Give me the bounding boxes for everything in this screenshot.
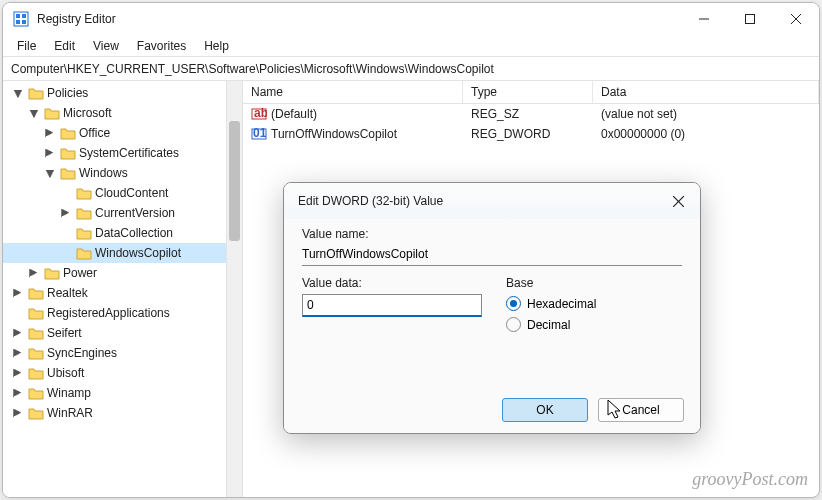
tree-node-windowscopilot[interactable]: WindowsCopilot	[3, 243, 226, 263]
tree-node-realtek[interactable]: ⯈Realtek	[3, 283, 226, 303]
chevron-right-icon[interactable]: ⯈	[11, 328, 25, 339]
chevron-right-icon[interactable]: ⯈	[11, 288, 25, 299]
titlebar: Registry Editor	[3, 3, 819, 35]
base-label: Base	[506, 276, 682, 290]
radio-hexadecimal[interactable]: Hexadecimal	[506, 296, 682, 311]
ok-button[interactable]: OK	[502, 398, 588, 422]
radio-icon	[506, 296, 521, 311]
tree-node-ubisoft[interactable]: ⯈Ubisoft	[3, 363, 226, 383]
chevron-down-icon[interactable]: ⯆	[43, 168, 57, 179]
folder-icon	[60, 166, 76, 180]
chevron-right-icon[interactable]: ⯈	[11, 368, 25, 379]
tree-scrollbar[interactable]	[226, 81, 242, 497]
list-header: Name Type Data	[243, 81, 819, 104]
valuedata-label: Value data:	[302, 276, 482, 290]
value-name: (Default)	[271, 107, 317, 121]
edit-dword-dialog: Edit DWORD (32-bit) Value Value name: Va…	[283, 182, 701, 434]
folder-icon	[44, 266, 60, 280]
chevron-down-icon[interactable]: ⯆	[11, 88, 25, 99]
dialog-body: Value name: Value data: Base Hexadecimal…	[284, 219, 700, 387]
menu-file[interactable]: File	[9, 37, 44, 55]
svg-text:011: 011	[253, 126, 267, 140]
folder-icon	[28, 286, 44, 300]
radio-decimal[interactable]: Decimal	[506, 317, 682, 332]
folder-icon	[28, 406, 44, 420]
svg-rect-1	[16, 14, 20, 18]
chevron-right-icon[interactable]: ⯈	[27, 268, 41, 279]
dialog-close-button[interactable]	[664, 187, 692, 215]
svg-text:ab: ab	[254, 106, 267, 120]
cancel-button[interactable]: Cancel	[598, 398, 684, 422]
svg-rect-4	[22, 20, 26, 24]
folder-icon	[28, 386, 44, 400]
value-data: (value not set)	[593, 106, 819, 122]
dialog-buttons: OK Cancel	[284, 387, 700, 433]
chevron-right-icon[interactable]: ⯈	[11, 388, 25, 399]
minimize-button[interactable]	[681, 3, 727, 35]
list-row[interactable]: 011TurnOffWindowsCopilot REG_DWORD 0x000…	[243, 124, 819, 144]
chevron-right-icon[interactable]: ⯈	[11, 348, 25, 359]
valuename-field[interactable]	[302, 245, 682, 266]
tree-node-regapps[interactable]: RegisteredApplications	[3, 303, 226, 323]
tree-node-office[interactable]: ⯈Office	[3, 123, 226, 143]
dialog-titlebar: Edit DWORD (32-bit) Value	[284, 183, 700, 219]
svg-rect-6	[746, 15, 755, 24]
list-row[interactable]: ab(Default) REG_SZ (value not set)	[243, 104, 819, 124]
tree-node-power[interactable]: ⯈Power	[3, 263, 226, 283]
base-radio-group: Hexadecimal Decimal	[506, 296, 682, 332]
value-name: TurnOffWindowsCopilot	[271, 127, 397, 141]
menu-view[interactable]: View	[85, 37, 127, 55]
chevron-right-icon[interactable]: ⯈	[11, 408, 25, 419]
scrollbar-thumb[interactable]	[229, 121, 240, 241]
menu-edit[interactable]: Edit	[46, 37, 83, 55]
valuedata-field[interactable]	[302, 294, 482, 317]
svg-rect-3	[16, 20, 20, 24]
folder-icon	[60, 146, 76, 160]
chevron-right-icon[interactable]: ⯈	[43, 128, 57, 139]
column-type[interactable]: Type	[463, 81, 593, 103]
tree-node-winrar[interactable]: ⯈WinRAR	[3, 403, 226, 423]
tree-node-systemcerts[interactable]: ⯈SystemCertificates	[3, 143, 226, 163]
folder-icon	[28, 86, 44, 100]
tree-node-syncengines[interactable]: ⯈SyncEngines	[3, 343, 226, 363]
folder-icon	[28, 346, 44, 360]
tree-node-windows[interactable]: ⯆Windows	[3, 163, 226, 183]
folder-icon	[44, 106, 60, 120]
folder-icon	[76, 186, 92, 200]
menu-help[interactable]: Help	[196, 37, 237, 55]
dword-value-icon: 011	[251, 126, 267, 142]
window-controls	[681, 3, 819, 35]
close-button[interactable]	[773, 3, 819, 35]
address-bar[interactable]: Computer\HKEY_CURRENT_USER\Software\Poli…	[3, 57, 819, 81]
tree-node-cloudcontent[interactable]: CloudContent	[3, 183, 226, 203]
value-type: REG_DWORD	[463, 126, 593, 142]
value-data: 0x00000000 (0)	[593, 126, 819, 142]
maximize-button[interactable]	[727, 3, 773, 35]
tree-node-policies[interactable]: ⯆Policies	[3, 83, 226, 103]
radio-icon	[506, 317, 521, 332]
column-name[interactable]: Name	[243, 81, 463, 103]
chevron-down-icon[interactable]: ⯆	[27, 108, 41, 119]
folder-icon	[28, 326, 44, 340]
folder-icon	[76, 226, 92, 240]
tree-node-winamp[interactable]: ⯈Winamp	[3, 383, 226, 403]
svg-rect-2	[22, 14, 26, 18]
chevron-right-icon[interactable]: ⯈	[59, 208, 73, 219]
tree-node-microsoft[interactable]: ⯆Microsoft	[3, 103, 226, 123]
tree-node-datacollection[interactable]: DataCollection	[3, 223, 226, 243]
folder-icon	[76, 246, 92, 260]
tree-node-seifert[interactable]: ⯈Seifert	[3, 323, 226, 343]
column-data[interactable]: Data	[593, 81, 819, 103]
folder-icon	[28, 366, 44, 380]
window-title: Registry Editor	[37, 12, 681, 26]
menubar: File Edit View Favorites Help	[3, 35, 819, 57]
dialog-title: Edit DWORD (32-bit) Value	[298, 194, 664, 208]
tree-node-currentversion[interactable]: ⯈CurrentVersion	[3, 203, 226, 223]
tree-view[interactable]: ⯆Policies ⯆Microsoft ⯈Office ⯈SystemCert…	[3, 81, 243, 497]
folder-icon	[28, 306, 44, 320]
folder-icon	[60, 126, 76, 140]
chevron-right-icon[interactable]: ⯈	[43, 148, 57, 159]
folder-icon	[76, 206, 92, 220]
menu-favorites[interactable]: Favorites	[129, 37, 194, 55]
app-icon	[13, 11, 29, 27]
